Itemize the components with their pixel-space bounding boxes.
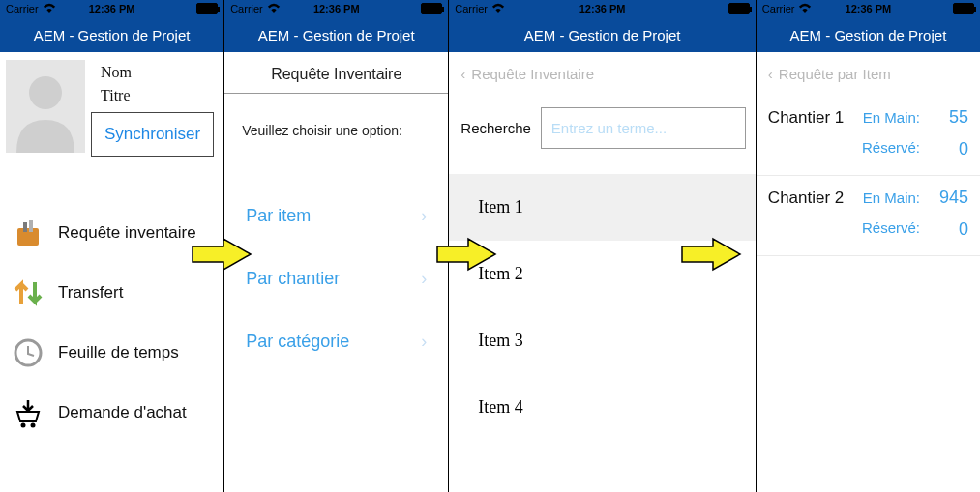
screen-inventory-request: Carrier 12:36 PM AEM - Gestion de Projet… bbox=[224, 0, 449, 492]
result-row[interactable]: Chantier 1 En Main: 55 Réservé: 0 bbox=[757, 96, 980, 176]
menu-item-purchase-request[interactable]: Demande d'achat bbox=[0, 383, 223, 443]
battery-icon bbox=[728, 3, 750, 14]
chantier-name: Chantier 1 bbox=[768, 108, 844, 128]
carrier-label: Carrier bbox=[455, 3, 488, 14]
svg-rect-4 bbox=[29, 220, 33, 232]
chevron-right-icon: › bbox=[421, 269, 427, 289]
wifi-icon bbox=[798, 3, 812, 15]
back-label: Requête par Item bbox=[779, 66, 891, 82]
screen-home: Carrier 12:36 PM AEM - Gestion de Projet… bbox=[0, 0, 224, 492]
option-label: Par chantier bbox=[246, 269, 340, 289]
page-subtitle: Requête Inventaire bbox=[224, 52, 448, 94]
search-label: Recherche bbox=[460, 120, 531, 136]
screen-item-search: Carrier 12:36 PM AEM - Gestion de Projet… bbox=[449, 0, 757, 492]
onhand-value: 945 bbox=[930, 188, 968, 208]
navbar-title: AEM - Gestion de Projet bbox=[0, 17, 223, 52]
reserved-value: 0 bbox=[930, 219, 968, 240]
svg-point-1 bbox=[29, 76, 62, 109]
list-item[interactable]: Item 1 bbox=[449, 174, 756, 241]
carrier-label: Carrier bbox=[6, 3, 39, 14]
menu-label: Transfert bbox=[58, 283, 123, 303]
onhand-value: 55 bbox=[930, 107, 968, 128]
svg-rect-2 bbox=[17, 228, 39, 246]
option-label: Par catégorie bbox=[246, 332, 349, 352]
user-name: Nom bbox=[101, 64, 214, 81]
reserved-label: Réservé: bbox=[862, 139, 920, 159]
menu-item-timesheet[interactable]: Feuille de temps bbox=[0, 323, 223, 383]
menu-label: Requête inventaire bbox=[58, 223, 196, 243]
navbar-title: AEM - Gestion de Projet bbox=[224, 17, 448, 52]
clock: 12:36 PM bbox=[579, 3, 626, 14]
toolbag-icon bbox=[12, 217, 45, 249]
carrier-label: Carrier bbox=[230, 3, 263, 14]
svg-point-7 bbox=[31, 423, 36, 428]
battery-icon bbox=[196, 3, 218, 14]
sync-button[interactable]: Synchroniser bbox=[91, 112, 214, 157]
clock: 12:36 PM bbox=[846, 3, 892, 14]
battery-icon bbox=[421, 3, 442, 14]
option-by-category[interactable]: Par catégorie › bbox=[224, 310, 448, 373]
navbar-title: AEM - Gestion de Projet bbox=[757, 17, 980, 52]
option-by-item[interactable]: Par item › bbox=[224, 185, 448, 247]
battery-icon bbox=[953, 3, 974, 14]
chantier-name: Chantier 2 bbox=[768, 188, 844, 208]
instruction-text: Veuillez choisir une option: bbox=[224, 94, 448, 146]
onhand-label: En Main: bbox=[863, 109, 920, 126]
back-label: Requête Inventaire bbox=[471, 66, 594, 82]
clock-icon bbox=[12, 336, 45, 369]
list-item[interactable]: Item 3 bbox=[449, 307, 756, 374]
onhand-label: En Main: bbox=[863, 189, 920, 206]
clock: 12:36 PM bbox=[313, 3, 360, 14]
user-title: Titre bbox=[101, 87, 214, 104]
avatar bbox=[6, 60, 85, 153]
carrier-label: Carrier bbox=[762, 3, 795, 14]
status-bar: Carrier 12:36 PM bbox=[0, 0, 223, 17]
chevron-left-icon: ‹ bbox=[460, 66, 465, 82]
svg-point-6 bbox=[21, 423, 26, 428]
menu-item-transfer[interactable]: Transfert bbox=[0, 263, 223, 323]
screen-item-results: Carrier 12:36 PM AEM - Gestion de Projet… bbox=[757, 0, 980, 492]
status-bar: Carrier 12:36 PM bbox=[449, 0, 756, 17]
back-button[interactable]: ‹Requête Inventaire bbox=[449, 52, 756, 86]
clock: 12:36 PM bbox=[89, 3, 135, 14]
wifi-icon bbox=[267, 3, 281, 15]
search-input[interactable] bbox=[541, 107, 746, 149]
option-by-chantier[interactable]: Par chantier › bbox=[224, 247, 448, 310]
menu-label: Feuille de temps bbox=[58, 343, 179, 362]
reserved-value: 0 bbox=[930, 139, 968, 159]
list-item[interactable]: Item 2 bbox=[449, 241, 756, 307]
status-bar: Carrier 12:36 PM bbox=[757, 0, 980, 17]
chevron-left-icon: ‹ bbox=[768, 66, 773, 82]
option-label: Par item bbox=[246, 206, 311, 226]
chevron-right-icon: › bbox=[421, 332, 427, 352]
list-item[interactable]: Item 4 bbox=[449, 374, 756, 441]
status-bar: Carrier 12:36 PM bbox=[224, 0, 448, 17]
cart-down-icon bbox=[12, 396, 45, 429]
reserved-label: Réservé: bbox=[862, 219, 920, 240]
wifi-icon bbox=[491, 3, 505, 15]
svg-rect-3 bbox=[23, 222, 27, 232]
menu-item-inventory-request[interactable]: Requête inventaire bbox=[0, 203, 223, 263]
back-button[interactable]: ‹Requête par Item bbox=[757, 52, 980, 86]
menu-label: Demande d'achat bbox=[58, 403, 187, 422]
wifi-icon bbox=[43, 3, 56, 15]
result-row[interactable]: Chantier 2 En Main: 945 Réservé: 0 bbox=[757, 176, 980, 256]
chevron-right-icon: › bbox=[421, 206, 427, 226]
navbar-title: AEM - Gestion de Projet bbox=[449, 17, 756, 52]
transfer-icon bbox=[12, 276, 45, 309]
